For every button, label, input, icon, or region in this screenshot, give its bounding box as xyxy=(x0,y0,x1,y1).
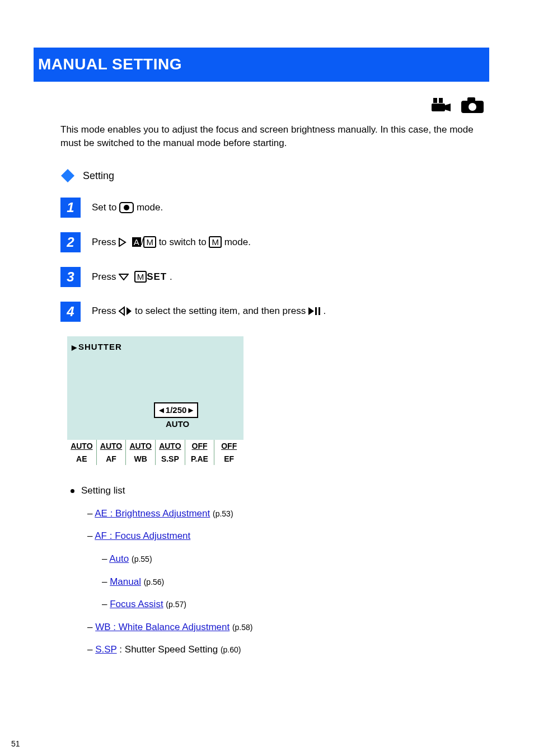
svg-marker-11 xyxy=(119,274,128,280)
step-2-mid: to switch to xyxy=(159,237,209,247)
svg-rect-5 xyxy=(467,97,475,102)
step-3-post: . xyxy=(170,271,172,282)
step-4-pre: Press xyxy=(92,306,119,316)
a-mode-icon: A xyxy=(132,237,141,247)
lcd-cell: AE xyxy=(67,453,96,465)
svg-point-9 xyxy=(124,205,129,210)
lcd-cell: AUTO xyxy=(155,440,185,452)
svg-point-6 xyxy=(469,103,476,111)
svg-rect-1 xyxy=(433,98,437,103)
lcd-title: SHUTTER xyxy=(78,342,122,351)
svg-marker-3 xyxy=(445,104,451,111)
lcd-preview: ▶SHUTTER ◄1/250► AUTO AUTO AUTO AUTO AUT… xyxy=(67,336,243,465)
step-4: 4 Press to select the setting item, and … xyxy=(60,302,489,322)
svg-rect-0 xyxy=(432,104,445,111)
step-number: 4 xyxy=(60,302,81,322)
mode-icons xyxy=(34,97,489,113)
svg-marker-7 xyxy=(61,169,74,182)
step-2-post: mode. xyxy=(224,237,251,247)
intro-text: This mode enables you to adjust the focu… xyxy=(60,123,489,151)
lcd-cell: EF xyxy=(214,453,243,465)
link-item-auto[interactable]: – Auto (p.55) xyxy=(102,552,489,566)
step-number: 3 xyxy=(60,267,81,287)
record-mode-icon xyxy=(119,202,134,213)
lcd-cell: AUTO xyxy=(67,440,96,452)
step-1: 1 Set to mode. xyxy=(60,198,489,218)
svg-rect-16 xyxy=(318,307,320,315)
lcd-cell: S.SP xyxy=(155,453,185,465)
lcd-cell: OFF xyxy=(185,440,214,452)
step-2-pre: Press xyxy=(92,237,119,247)
link-item-wb[interactable]: WB : White Balance Adjustment (p.58) xyxy=(87,621,489,635)
lcd-cell: AF xyxy=(96,453,126,465)
step-4-mid: to select the setting item, and then pre… xyxy=(135,306,308,316)
setting-list-heading: Setting list xyxy=(71,484,489,498)
video-mode-icon xyxy=(432,98,452,112)
mset-label: SET xyxy=(147,271,167,282)
step-3: 3 Press MSET . xyxy=(60,267,489,287)
m-mode-icon: M xyxy=(143,236,156,248)
svg-rect-15 xyxy=(315,307,317,315)
link-item-ssp[interactable]: S.SP : Shutter Speed Setting (p.60) xyxy=(87,643,489,657)
triangle-right-icon xyxy=(119,238,127,247)
lcd-shutter-value: ◄1/250► xyxy=(154,402,198,418)
step-number: 2 xyxy=(60,232,81,252)
step-1-pre: Set to xyxy=(92,202,119,213)
svg-marker-14 xyxy=(308,307,314,315)
svg-marker-13 xyxy=(127,307,132,315)
svg-marker-10 xyxy=(119,238,125,246)
setting-heading: Setting xyxy=(83,168,114,183)
photo-mode-icon xyxy=(461,97,484,113)
play-pause-icon xyxy=(308,306,321,320)
link-item-ae[interactable]: AE : Brightness Adjustment (p.53) xyxy=(87,507,489,521)
lcd-cell: AUTO xyxy=(96,440,126,452)
section-title: MANUAL SETTING xyxy=(38,55,182,73)
step-number: 1 xyxy=(60,198,81,218)
lcd-cell: P.AE xyxy=(185,453,214,465)
svg-rect-2 xyxy=(439,98,443,103)
section-header: MANUAL SETTING xyxy=(34,48,489,82)
setting-list: Setting list AE : Brightness Adjustment … xyxy=(71,484,489,657)
step-1-post: mode. xyxy=(137,202,163,213)
left-right-arrows-icon xyxy=(119,306,132,316)
svg-marker-12 xyxy=(119,307,124,315)
step-4-post: . xyxy=(324,306,326,316)
lcd-cell: AUTO xyxy=(125,440,155,452)
step-2: 2 Press A/M to switch to M mode. xyxy=(60,232,489,252)
lcd-auto-label: AUTO xyxy=(166,418,189,430)
lcd-cell: OFF xyxy=(214,440,243,452)
triangle-right-icon: ▶ xyxy=(72,344,77,351)
link-item-af: AF : Focus Adjustment xyxy=(87,529,489,543)
triangle-down-icon xyxy=(119,274,129,280)
lcd-cell: WB xyxy=(125,453,155,465)
step-list: 1 Set to mode. 2 Press A/M xyxy=(34,198,489,322)
link-item-manual[interactable]: – Manual (p.56) xyxy=(102,575,489,589)
m-mode-icon: M xyxy=(134,271,147,283)
link-item-focus-assist[interactable]: – Focus Assist (p.57) xyxy=(102,598,489,612)
m-mode-icon: M xyxy=(209,236,222,248)
step-3-pre: Press xyxy=(92,271,119,282)
diamond-bullet-icon xyxy=(60,168,75,183)
